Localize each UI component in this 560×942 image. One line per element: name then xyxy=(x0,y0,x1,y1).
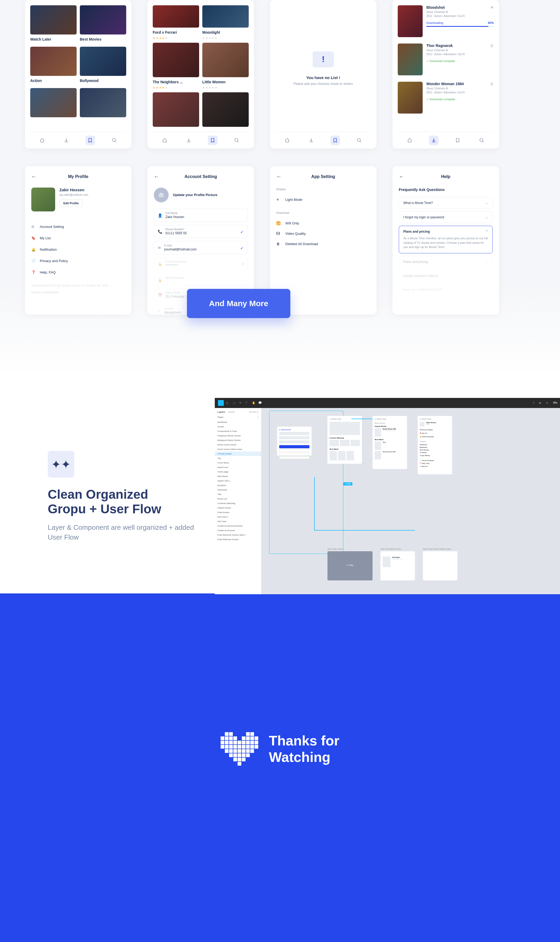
field-email[interactable]: ✉E-mailyourmail@hotmail.com✓ xyxy=(154,241,248,254)
poster[interactable] xyxy=(80,47,126,76)
home-icon[interactable] xyxy=(37,136,47,145)
faq-item-open[interactable]: Plans and pricing⌃ As a Movie Time membe… xyxy=(399,226,493,253)
search-icon[interactable] xyxy=(109,136,119,145)
move-tool-icon[interactable]: ▸ xyxy=(226,401,230,405)
layer-item[interactable]: # Home screen xyxy=(215,452,261,456)
search-icon[interactable] xyxy=(354,136,364,145)
download-item[interactable]: Wonder Woman 1984🗑 2hour 12minute ⦿ 2012… xyxy=(398,82,494,114)
layer-item[interactable]: Dark Mode xyxy=(217,474,258,479)
layer-item[interactable]: Download xyxy=(217,487,258,492)
layer-item[interactable]: Create an Account xyxy=(217,528,258,533)
setting-delete-download[interactable]: 🗑Deleted All Download xyxy=(276,239,370,249)
field-current-password[interactable]: 🔒Current Password**********▾ xyxy=(154,257,248,270)
layer-item[interactable]: Wireframe xyxy=(217,420,258,424)
layer-item[interactable]: Top xyxy=(217,456,258,461)
home-icon[interactable] xyxy=(282,136,292,145)
bookmark-icon[interactable] xyxy=(208,136,217,145)
layer-item[interactable]: Hollywood Movie Screen xyxy=(217,433,258,438)
poster[interactable] xyxy=(80,88,126,117)
bookmark-icon[interactable] xyxy=(85,136,95,145)
movie-poster[interactable] xyxy=(153,5,199,28)
layer-item[interactable]: Home screen (Show view) xyxy=(217,447,258,452)
back-arrow-icon[interactable]: ← xyxy=(276,174,283,180)
menu-account-setting[interactable]: ⚙Account Setting xyxy=(31,221,125,232)
search-icon[interactable] xyxy=(477,136,486,145)
bookmark-icon[interactable] xyxy=(331,136,340,145)
layer-item[interactable]: Create an Account (Exists) xyxy=(217,524,258,528)
layer-item[interactable]: search 100-1 xyxy=(217,479,258,483)
trash-icon[interactable]: 🗑 xyxy=(490,82,494,86)
pen-tool-icon[interactable]: ✎ xyxy=(239,401,243,405)
layer-item[interactable]: Add Card 1 xyxy=(217,515,258,519)
setting-wifi-only[interactable]: 📶Wifi Only xyxy=(276,218,370,228)
and-many-more-button[interactable]: And Many More xyxy=(187,289,290,318)
back-arrow-icon[interactable]: ← xyxy=(399,174,405,180)
layer-item[interactable]: Continue Watching xyxy=(217,501,258,506)
hand-tool-icon[interactable]: ✋ xyxy=(252,401,255,405)
movie-poster[interactable] xyxy=(202,43,249,77)
percent-icon[interactable]: 9% xyxy=(553,401,557,405)
download-icon[interactable] xyxy=(62,136,71,145)
cancel-subscription[interactable]: Cancel subscription xyxy=(31,290,125,294)
figma-logo-icon[interactable] xyxy=(218,400,224,406)
layer-item[interactable]: Home page xyxy=(217,470,258,474)
home-icon[interactable] xyxy=(405,136,414,145)
movie-poster[interactable] xyxy=(202,93,249,127)
layer-item[interactable]: Screen xyxy=(217,424,258,429)
faq-item[interactable]: I forgot my login or password⌄ xyxy=(399,211,493,223)
layer-item[interactable]: Movie Home screen xyxy=(217,442,258,447)
layer-item[interactable]: bg layout xyxy=(217,483,258,487)
field-fullname[interactable]: 👤Full NameZakir Hossen xyxy=(154,209,248,222)
layer-item[interactable]: Movie List xyxy=(217,496,258,501)
setting-light-mode[interactable]: ✳Light Mode xyxy=(276,194,370,205)
layer-item[interactable]: Add Card xyxy=(217,519,258,524)
share-icon[interactable]: ⇪ xyxy=(532,401,536,405)
faq-item[interactable]: How can I watch Movie TV? xyxy=(399,284,493,295)
avatar[interactable] xyxy=(31,188,55,211)
layer-item[interactable]: Components & Tools xyxy=(217,429,258,433)
wireframe-card[interactable]: ⊳ Movie Time Zakir Hossenemail ⚙ Account… xyxy=(418,416,452,474)
frame-tool-icon[interactable]: ▢ xyxy=(233,401,237,405)
movie-poster[interactable] xyxy=(153,43,199,77)
home-icon[interactable] xyxy=(160,136,169,145)
wireframe-card[interactable]: ← → Gal Gadot xyxy=(380,551,415,580)
tab-assets[interactable]: Assets xyxy=(228,411,235,413)
download-item[interactable]: Bloodshot✕ 2hour 12minute ⦿ 2012 · Actio… xyxy=(398,5,494,37)
tab-layers[interactable]: Layers xyxy=(217,411,225,413)
play-icon[interactable]: ▶ xyxy=(539,401,543,405)
field-new-password[interactable]: 🔒New Password xyxy=(154,273,248,285)
wireframe-card[interactable]: ⊳ Movie Time Recent Search Popular Movie… xyxy=(372,416,407,469)
download-icon[interactable] xyxy=(184,136,194,145)
layer-item[interactable]: search icon xyxy=(217,465,258,470)
edit-profile-button[interactable]: Edit Profile xyxy=(59,199,83,207)
wireframe-card[interactable]: ⊳ Play xyxy=(328,551,372,580)
wireframe-card[interactable]: ⊳ My Account xyxy=(277,427,312,456)
close-icon[interactable]: ✕ xyxy=(491,5,494,9)
movie-poster[interactable] xyxy=(153,93,199,127)
camera-icon[interactable] xyxy=(154,188,169,202)
download-icon[interactable] xyxy=(306,136,316,145)
poster[interactable] xyxy=(30,88,77,117)
search-icon[interactable] xyxy=(232,136,242,145)
back-arrow-icon[interactable]: ← xyxy=(154,174,160,180)
layer-item[interactable]: Final Welcome Screen style 2 xyxy=(217,533,258,537)
comment-tool-icon[interactable]: 💬 xyxy=(258,401,262,405)
movie-poster[interactable] xyxy=(202,5,249,28)
bookmark-icon[interactable] xyxy=(453,136,462,145)
layer-item[interactable]: Title xyxy=(217,492,258,496)
faq-item[interactable]: Plans and pricing⌄ xyxy=(399,256,493,268)
wireframe-card[interactable] xyxy=(423,551,457,580)
trash-icon[interactable]: 🗑 xyxy=(490,43,494,48)
poster[interactable] xyxy=(30,5,77,34)
layer-item[interactable]: Final Welcome Screen xyxy=(217,537,258,542)
add-page-icon[interactable]: + xyxy=(257,416,258,418)
poster[interactable] xyxy=(30,47,77,76)
menu-privacy[interactable]: 📄Privacy and Policy xyxy=(31,255,125,267)
download-icon[interactable] xyxy=(429,136,438,145)
menu-notification[interactable]: 🔔Notification xyxy=(31,244,125,255)
layer-item[interactable]: Feature Movie xyxy=(217,506,258,510)
menu-help[interactable]: ❓Help, FAQ xyxy=(31,267,125,278)
faq-item[interactable]: Update payment method⌄ xyxy=(399,270,493,281)
menu-my-list[interactable]: 🔖My List xyxy=(31,232,125,244)
field-phone[interactable]: 📞Phone Number*01111 5555 55✓ xyxy=(154,225,248,238)
